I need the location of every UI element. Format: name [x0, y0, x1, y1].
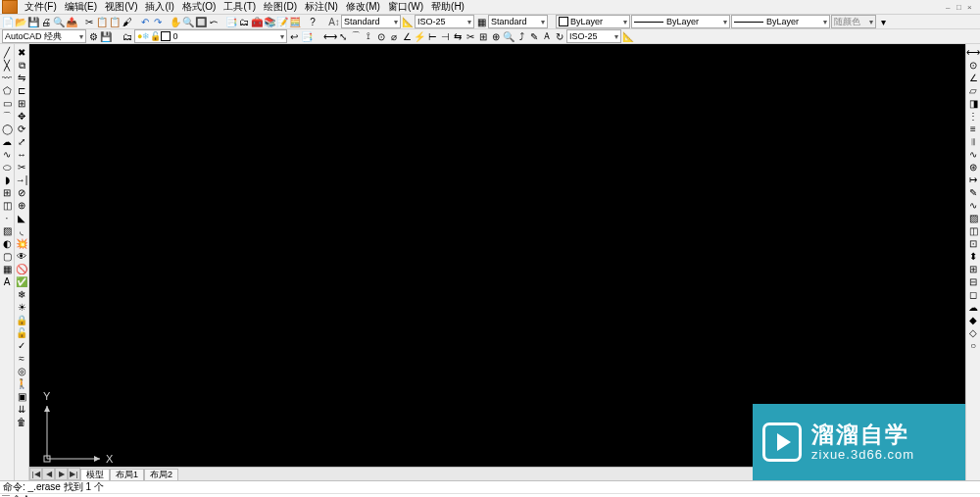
divide-icon[interactable]: ⋮	[967, 110, 980, 123]
copy-icon[interactable]: 📋	[96, 16, 108, 27]
ungroup-icon[interactable]: ⊟	[967, 275, 980, 288]
layvpi-icon[interactable]: ▣	[16, 390, 28, 403]
menu-modify[interactable]: 修改(M)	[342, 0, 384, 14]
menu-draw[interactable]: 绘图(D)	[260, 0, 301, 14]
dim-arc-icon[interactable]: ⌒	[350, 30, 362, 42]
hatch-icon[interactable]: ▨	[1, 224, 14, 237]
measure-area-icon[interactable]: ▱	[967, 84, 980, 97]
lengthen-icon[interactable]: ↦	[967, 174, 980, 186]
workspace-combo[interactable]: AutoCAD 经典▾	[2, 29, 86, 43]
dim-ordinate-icon[interactable]: ⟟	[363, 30, 374, 42]
xline-icon[interactable]: ╳	[1, 59, 14, 72]
save-icon[interactable]: 💾	[27, 16, 39, 27]
measure-angle-icon[interactable]: ∠	[967, 72, 980, 84]
tablestyle-combo[interactable]: Standard▾	[488, 15, 548, 28]
scale-icon[interactable]: ⤢	[16, 135, 28, 148]
rotate-icon[interactable]: ⟳	[16, 123, 28, 135]
new-icon[interactable]: 📄	[2, 16, 14, 27]
align-icon[interactable]: ≡	[967, 123, 980, 135]
dim-quick-icon[interactable]: ⚡	[414, 30, 425, 42]
match-icon[interactable]: 🖌	[122, 16, 133, 27]
tab-first-button[interactable]: |◀	[29, 468, 42, 480]
mirror-icon[interactable]: ⇋	[16, 72, 28, 84]
open-icon[interactable]: 📂	[15, 16, 26, 27]
point-icon[interactable]: ·	[1, 212, 14, 224]
dim-linear-icon[interactable]: ⟷	[324, 30, 336, 42]
array-icon[interactable]: ⊞	[16, 97, 28, 110]
minimize-button[interactable]: –	[946, 3, 954, 11]
revcloud-icon[interactable]: ☁	[1, 135, 14, 148]
tablestyle-icon[interactable]: ▦	[475, 16, 487, 27]
pan-icon[interactable]: ✋	[170, 16, 181, 27]
explode-icon[interactable]: 💥	[16, 237, 28, 250]
menu-insert[interactable]: 插入(I)	[141, 0, 177, 14]
dim-style-icon[interactable]: 📐	[622, 30, 634, 42]
arraypolar-icon[interactable]: ⊛	[967, 161, 980, 174]
measure-dist-icon[interactable]: ⟷	[967, 46, 980, 59]
dimstyle-combo[interactable]: ISO-25▾	[415, 15, 474, 28]
break-icon[interactable]: ⊘	[16, 186, 28, 199]
tab-prev-button[interactable]: ◀	[42, 468, 55, 480]
print-icon[interactable]: 🖨	[40, 16, 52, 27]
center-mark-icon[interactable]: ⊕	[490, 30, 502, 42]
line-icon[interactable]: ╱	[1, 46, 14, 59]
menu-window[interactable]: 窗口(W)	[384, 0, 427, 14]
laythw-icon[interactable]: ☀	[16, 301, 28, 314]
laywalk-icon[interactable]: 🚶	[16, 377, 28, 390]
chamfer-icon[interactable]: ◣	[16, 212, 28, 224]
dim-inspect-icon[interactable]: 🔍	[503, 30, 514, 42]
ellipse-icon[interactable]: ⬭	[1, 161, 14, 174]
block-icon[interactable]: ◫	[1, 199, 14, 212]
spline-icon[interactable]: ∿	[1, 148, 14, 161]
move-icon[interactable]: ✥	[16, 110, 28, 123]
trim-icon[interactable]: ✂	[16, 161, 28, 174]
stretch-icon[interactable]: ↔	[16, 148, 28, 161]
group-icon[interactable]: ⊞	[967, 263, 980, 275]
dim-diameter-icon[interactable]: ⌀	[388, 30, 400, 42]
pedit-icon[interactable]: ✎	[967, 186, 980, 199]
xclip-icon[interactable]: ⊡	[967, 237, 980, 250]
menu-format[interactable]: 格式(O)	[178, 0, 220, 14]
dim-aligned-icon[interactable]: ⤡	[337, 30, 349, 42]
undo-icon[interactable]: ↶	[139, 16, 151, 27]
close-button[interactable]: ×	[967, 3, 975, 11]
toolpalette-icon[interactable]: 🧰	[251, 16, 263, 27]
revcloud2-icon[interactable]: ☁	[967, 301, 980, 314]
maximize-button[interactable]: □	[956, 3, 964, 11]
layer-state-icon[interactable]: 📑	[301, 30, 313, 42]
misc2-icon[interactable]: ◇	[967, 326, 980, 339]
menu-edit[interactable]: 编辑(E)	[61, 0, 101, 14]
publish-icon[interactable]: 📤	[66, 16, 77, 27]
dim-baseline-icon[interactable]: ⊢	[426, 30, 438, 42]
textstyle-combo[interactable]: Standard▾	[341, 15, 401, 28]
wipeout-icon[interactable]: ◻	[967, 288, 980, 301]
gradient-icon[interactable]: ◐	[1, 237, 14, 250]
layer-combo[interactable]: ● ❄ 🔓 0▾	[134, 29, 287, 43]
paste-icon[interactable]: 📋	[109, 16, 121, 27]
layiso-icon[interactable]: 👁	[16, 250, 28, 263]
designcenter-icon[interactable]: 🗂	[238, 16, 250, 27]
measure-radius-icon[interactable]: ⊙	[967, 59, 980, 72]
hatchedit-icon[interactable]: ▨	[967, 212, 980, 224]
extend-icon[interactable]: →|	[16, 174, 28, 186]
rectangle-icon[interactable]: ▭	[1, 97, 14, 110]
dimstyle-icon[interactable]: 📐	[402, 16, 414, 27]
laymrg-icon[interactable]: ⇊	[16, 403, 28, 416]
zoom-icon[interactable]: 🔍	[182, 16, 194, 27]
toolbar-overflow-icon[interactable]: ▾	[877, 16, 889, 27]
erase-icon[interactable]: ✖	[16, 46, 28, 59]
dim-update-icon[interactable]: ↻	[554, 30, 565, 42]
calc-icon[interactable]: 🧮	[289, 16, 301, 27]
mtext-icon[interactable]: A	[1, 275, 14, 288]
dim-jog-icon[interactable]: ⤴	[515, 30, 527, 42]
sheetset-icon[interactable]: 📚	[264, 16, 275, 27]
blockedit-icon[interactable]: ◫	[967, 224, 980, 237]
layon-icon[interactable]: ✅	[16, 275, 28, 288]
menu-tools[interactable]: 工具(T)	[220, 0, 260, 14]
arc-icon[interactable]: ⌒	[1, 110, 14, 123]
laylck-icon[interactable]: 🔒	[16, 314, 28, 326]
menu-view[interactable]: 视图(V)	[101, 0, 141, 14]
join-icon[interactable]: ⊕	[16, 199, 28, 212]
linetype-combo[interactable]: ByLayer▾	[631, 15, 730, 28]
tab-model[interactable]: 模型	[80, 469, 110, 480]
